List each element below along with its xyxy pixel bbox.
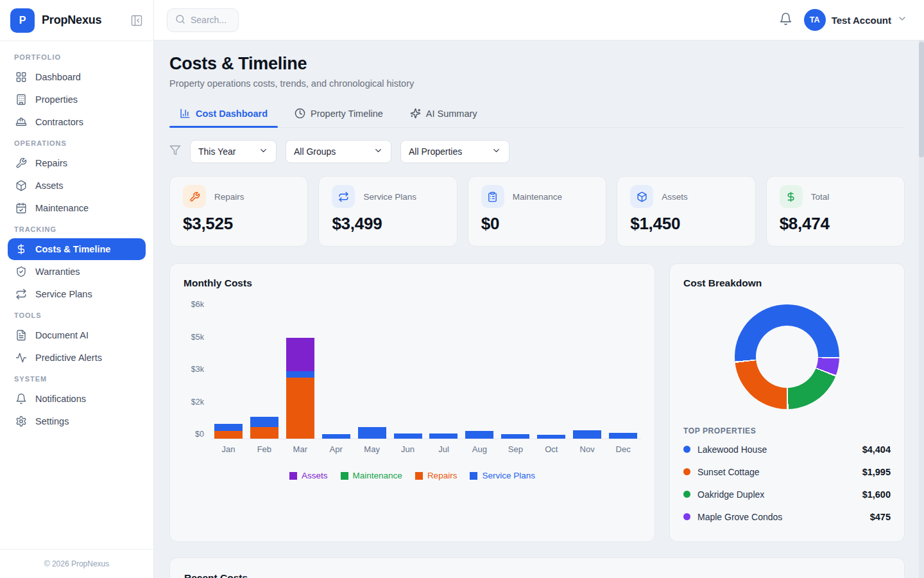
stacked-bar [358, 427, 386, 439]
y-tick-label: $2k [191, 398, 204, 407]
tab-label: Cost Dashboard [196, 109, 268, 119]
stacked-bar [214, 424, 243, 439]
bar-segment-repairs [250, 427, 278, 439]
bar-column-feb[interactable] [246, 302, 282, 439]
sidebar-collapse-button[interactable] [130, 14, 143, 27]
sidebar-item-maintenance[interactable]: Maintenance [8, 197, 146, 219]
sparkles-icon [410, 108, 421, 119]
sidebar-item-assets[interactable]: Assets [8, 175, 146, 197]
sidebar-item-contractors[interactable]: Contractors [8, 111, 146, 133]
sidebar-item-predictive-alerts[interactable]: Predictive Alerts [8, 347, 146, 369]
period-select[interactable]: This Year [190, 140, 277, 163]
scrollbar-track[interactable] [919, 40, 924, 578]
bar-column-nov[interactable] [569, 302, 605, 439]
bar-segment-service-plans [465, 431, 493, 439]
stat-label: Repairs [214, 192, 244, 202]
sidebar-item-costs-timeline[interactable]: Costs & Timeline [8, 238, 146, 260]
y-tick-label: $6k [191, 300, 204, 309]
sidebar-item-document-ai[interactable]: Document AI [8, 324, 146, 346]
sidebar-item-dashboard[interactable]: Dashboard [8, 66, 146, 88]
bar-segment-assets [286, 338, 314, 371]
bar-segment-service-plans [214, 424, 243, 431]
chevron-down-icon [492, 146, 501, 157]
sidebar-footer: © 2026 PropNexus [0, 549, 153, 578]
sidebar-item-label: Settings [35, 416, 69, 426]
legend-swatch [470, 472, 477, 480]
legend-label: Maintenance [353, 471, 402, 480]
legend-item-assets: Assets [289, 471, 328, 480]
y-tick-label: $3k [191, 365, 204, 374]
bar-segment-service-plans [429, 434, 458, 439]
bar-column-dec[interactable] [605, 302, 641, 439]
chart-plot-area [210, 302, 641, 439]
tab-bar: Cost DashboardProperty TimelineAI Summar… [169, 102, 905, 128]
search-input[interactable]: Search... [167, 8, 239, 32]
stat-chip [780, 185, 803, 208]
bar-column-jan[interactable] [210, 302, 246, 439]
content: Costs & Timeline Property operations cos… [154, 40, 924, 578]
property-dot [683, 446, 690, 453]
bar-column-sep[interactable] [497, 302, 533, 439]
property-value: $475 [870, 512, 891, 522]
property-row-maple-grove-condos: Maple Grove Condos $475 [683, 505, 891, 528]
chevron-down-icon [897, 13, 907, 24]
sidebar: P PropNexus PORTFOLIODashboardProperties… [0, 0, 154, 578]
bar-column-aug[interactable] [461, 302, 497, 439]
top-properties-label: TOP PROPERTIES [683, 426, 891, 435]
legend-item-service-plans: Service Plans [470, 471, 535, 480]
chevron-down-icon [259, 146, 268, 155]
scrollbar-thumb[interactable] [919, 42, 924, 157]
property-name: Maple Grove Condos [697, 512, 863, 522]
period-select-value: This Year [198, 146, 235, 157]
repeat-icon [15, 288, 27, 300]
sidebar-item-properties[interactable]: Properties [8, 89, 146, 110]
legend-swatch [415, 472, 423, 480]
dollar-icon [785, 191, 796, 202]
stacked-bar [286, 338, 314, 439]
filter-icon [169, 144, 181, 156]
tab-cost-dashboard[interactable]: Cost Dashboard [169, 102, 278, 127]
recent-costs-title: Recent Costs [184, 572, 890, 578]
notifications-button[interactable] [779, 12, 792, 28]
panel-left-icon [130, 14, 143, 27]
bar-column-oct[interactable] [533, 302, 569, 439]
sidebar-item-notifications[interactable]: Notifications [8, 388, 146, 410]
x-tick-label: Feb [246, 444, 282, 454]
sidebar-item-label: Warranties [35, 267, 80, 277]
sidebar-item-label: Document AI [35, 330, 89, 340]
tab-ai-summary[interactable]: AI Summary [400, 102, 488, 127]
wrench-icon [15, 157, 27, 169]
group-select[interactable]: All Groups [286, 140, 391, 163]
bar-column-apr[interactable] [318, 302, 354, 439]
y-tick-label: $5k [191, 333, 204, 342]
sidebar-item-repairs[interactable]: Repairs [8, 152, 146, 174]
filter-icon [169, 144, 181, 159]
property-name: Sunset Cottage [697, 467, 855, 477]
tab-property-timeline[interactable]: Property Timeline [284, 102, 393, 127]
sidebar-item-service-plans[interactable]: Service Plans [8, 283, 146, 305]
filter-bar: This Year All Groups All Properties [169, 140, 905, 163]
y-tick-label: $0 [195, 430, 204, 439]
stacked-bar [394, 434, 422, 439]
property-dot [683, 468, 690, 475]
sidebar-nav: PORTFOLIODashboardPropertiesContractorsO… [0, 40, 153, 549]
sidebar-item-label: Repairs [35, 158, 67, 168]
sidebar-item-settings[interactable]: Settings [8, 410, 146, 432]
bar-column-may[interactable] [354, 302, 390, 439]
bar-column-jul[interactable] [426, 302, 462, 439]
account-menu[interactable]: TA Test Account [804, 9, 907, 31]
cost-breakdown-donut [735, 304, 839, 409]
bar-column-jun[interactable] [390, 302, 426, 439]
stacked-bar [609, 433, 637, 439]
legend-item-maintenance: Maintenance [341, 471, 402, 480]
property-select[interactable]: All Properties [400, 140, 509, 163]
stat-value: $1,450 [630, 214, 742, 234]
stat-label: Assets [662, 192, 688, 202]
legend-swatch [341, 472, 348, 480]
x-tick-label: Dec [605, 444, 641, 454]
property-dot [683, 513, 690, 520]
search-placeholder: Search... [191, 15, 227, 25]
stat-cards-row: Repairs $3,525 Service Plans $3,499 Main… [169, 176, 905, 247]
sidebar-item-warranties[interactable]: Warranties [8, 261, 146, 283]
bar-column-mar[interactable] [282, 302, 318, 439]
